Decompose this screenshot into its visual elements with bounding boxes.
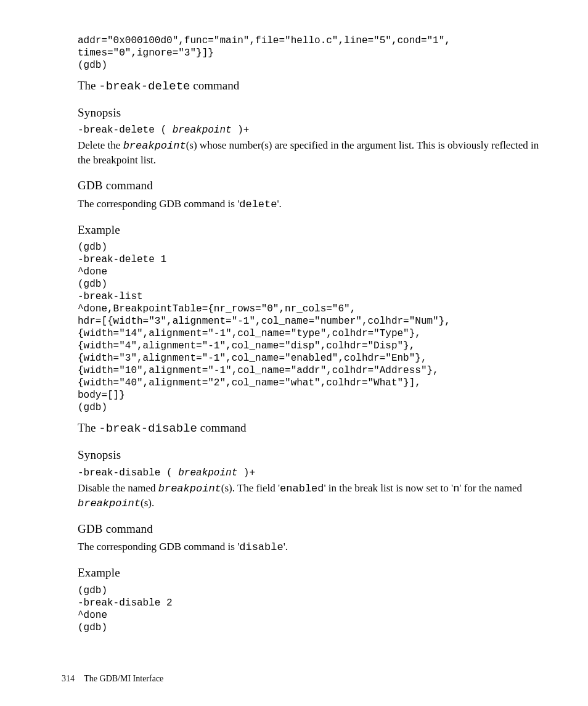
d2-mid2: ' in the break list is now set to ': [324, 482, 454, 494]
desc-arg: breakpoint: [123, 140, 186, 152]
example-heading: Example: [78, 565, 540, 581]
footer-title-post: Interface: [131, 674, 163, 683]
synopsis-description: Delete the breakpoint(s) whose number(s)…: [78, 139, 540, 168]
example-heading: Example: [78, 222, 540, 238]
title-word-command: command: [190, 79, 240, 92]
d2-pre: Disable the named: [78, 482, 158, 494]
syn-pre: -break-disable (: [78, 467, 178, 478]
gdb-command-heading: GDB command: [78, 178, 540, 194]
syn-arg: breakpoint: [178, 467, 237, 478]
title-command: -break-disable: [99, 422, 197, 435]
page-number: 314: [62, 674, 75, 683]
d2-post: (s).: [141, 497, 154, 509]
synopsis-heading: Synopsis: [78, 105, 540, 121]
section-title-break-delete: The -break-delete command: [78, 78, 540, 95]
gdb-post: '.: [277, 198, 281, 210]
syn-post: )+: [237, 467, 255, 478]
footer-title-pre: The: [84, 674, 99, 683]
title-word-the: The: [78, 421, 99, 434]
section-title-break-disable: The -break-disable command: [78, 420, 540, 437]
synopsis-heading: Synopsis: [78, 447, 540, 463]
gdb-post: '.: [284, 541, 288, 552]
gdb-pre: The corresponding GDB command is ': [78, 541, 239, 552]
gdb-cmd: delete: [239, 199, 277, 210]
syn-post: )+: [232, 125, 250, 136]
title-word-command: command: [197, 421, 247, 434]
d2-arg1: breakpoint: [158, 483, 221, 495]
title-word-the: The: [78, 79, 99, 92]
gdb-command-heading: GDB command: [78, 521, 540, 537]
title-command: -break-delete: [99, 80, 190, 93]
example-code-block: (gdb) -break-disable 2 ^done (gdb): [78, 585, 540, 634]
footer-title-sc: GDB/MI: [100, 674, 131, 683]
page-footer: 314 The GDB/MI Interface: [62, 673, 163, 685]
synopsis-description: Disable the named breakpoint(s). The fie…: [78, 482, 540, 511]
syn-arg: breakpoint: [173, 125, 232, 136]
d2-mid1: (s). The field ': [221, 482, 280, 494]
d2-mid3: ' for the named: [459, 482, 522, 494]
synopsis-code: -break-disable ( breakpoint )+: [78, 467, 540, 479]
gdb-command-description: The corresponding GDB command is 'delete…: [78, 197, 540, 212]
example-code-block: (gdb) -break-delete 1 ^done (gdb) -break…: [78, 241, 540, 414]
d2-n: n: [453, 483, 459, 495]
top-code-fragment: addr="0x000100d0",func="main",file="hell…: [78, 35, 540, 72]
gdb-command-description: The corresponding GDB command is 'disabl…: [78, 540, 540, 555]
gdb-pre: The corresponding GDB command is ': [78, 198, 239, 210]
d2-arg2: breakpoint: [78, 498, 141, 509]
d2-field: enabled: [280, 483, 324, 495]
desc-pre: Delete the: [78, 139, 123, 151]
synopsis-code: -break-delete ( breakpoint )+: [78, 124, 540, 136]
gdb-cmd: disable: [239, 541, 283, 553]
syn-pre: -break-delete (: [78, 125, 173, 136]
